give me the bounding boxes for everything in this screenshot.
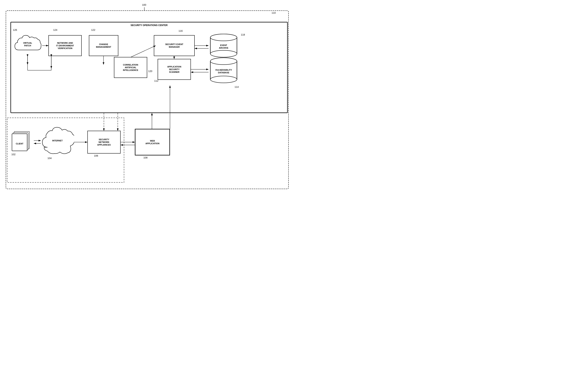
event-archive-cylinder: EVENTARCHIVE: [209, 33, 238, 58]
vulnerability-db-cylinder: VULNERABILITYDATABASE: [209, 57, 238, 84]
app-security-label: APPLICATIONSECURITYSCANNER: [167, 65, 181, 73]
svg-point-11: [210, 58, 237, 65]
network-it-label: NETWORK ANDIT ENVIRONMENTVERIFICATION: [56, 42, 74, 50]
svg-rect-14: [12, 134, 27, 151]
correlation-ai-box: CORRELATIONARTIFICIALINTELLIGENCE: [114, 57, 147, 78]
label-122: 122: [91, 28, 95, 31]
label-110: 110: [271, 11, 276, 14]
label-112: 112: [154, 79, 158, 82]
soc-title: SECURITY OPERATIONS CENTER: [131, 24, 168, 27]
svg-point-5: [210, 34, 237, 41]
change-mgmt-box: CHANGEMANAGEMENT: [89, 35, 118, 56]
security-network-box: SECURITYNETWORKAPPLIANCES: [87, 131, 121, 153]
virtual-patch-label: VIRTUALPATCH: [23, 42, 32, 47]
label-124: 124: [53, 28, 57, 31]
label-106: 106: [94, 154, 98, 157]
svg-point-4: [210, 50, 237, 57]
security-network-label: SECURITYNETWORKAPPLIANCES: [97, 138, 111, 146]
event-archive-label: EVENTARCHIVE: [219, 44, 228, 49]
svg-text:CLIENT: CLIENT: [16, 143, 23, 145]
label-118: 118: [241, 33, 245, 36]
correlation-ai-label: CORRELATIONARTIFICIALINTELLIGENCE: [123, 63, 138, 72]
change-mgmt-label: CHANGEMANAGEMENT: [96, 43, 111, 48]
label-116: 116: [179, 29, 183, 32]
security-event-label: SECURITY EVENTMANAGER: [165, 43, 183, 48]
vulnerability-db-label: VULNERABILITYDATABASE: [215, 69, 232, 74]
web-app-label: WEBAPPLICATION: [145, 140, 159, 145]
web-app-box: WEBAPPLICATION: [135, 129, 170, 155]
label-108: 108: [143, 156, 148, 159]
label-114: 114: [235, 86, 239, 88]
app-security-box: APPLICATIONSECURITYSCANNER: [158, 59, 191, 80]
svg-point-10: [210, 76, 237, 83]
security-event-box: SECURITY EVENTMANAGER: [154, 35, 195, 56]
internet-cloud: INTERNET: [41, 125, 74, 156]
label-102: 102: [11, 153, 16, 156]
virtual-patch-cloud: VIRTUALPATCH: [13, 32, 42, 57]
label-120: 120: [148, 70, 152, 73]
client-stack: CLIENT: [10, 129, 33, 152]
network-it-box: NETWORK ANDIT ENVIRONMENTVERIFICATION: [48, 35, 82, 56]
label-126: 126: [13, 28, 17, 31]
label-100: 100: [142, 3, 146, 6]
label-104: 104: [47, 157, 52, 160]
internet-label: INTERNET: [52, 139, 63, 142]
diagram-container: 100 110 SECURITY OPERATIONS CENTER VIRTU…: [0, 0, 294, 194]
